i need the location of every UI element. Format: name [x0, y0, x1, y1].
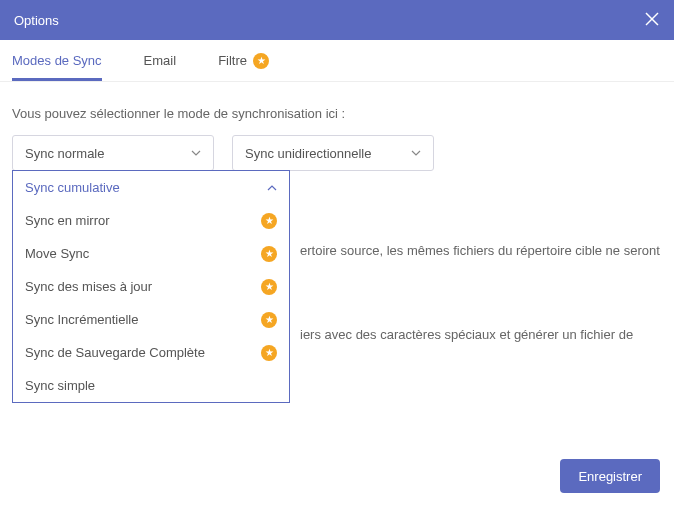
option-label: Sync de Sauvegarde Complète [25, 345, 205, 360]
dropdown-option-simple[interactable]: Sync simple [13, 369, 289, 402]
dropdown-option-updates[interactable]: Sync des mises à jour ★ [13, 270, 289, 303]
chevron-up-icon [267, 183, 277, 193]
selects-row: Sync normale Sync unidirectionnelle [12, 135, 662, 171]
star-icon: ★ [253, 53, 269, 69]
content: Vous pouvez sélectionner le mode de sync… [0, 82, 674, 171]
sync-mode-right-select[interactable]: Sync unidirectionnelle [232, 135, 434, 171]
star-icon: ★ [261, 213, 277, 229]
chevron-down-icon [411, 148, 421, 158]
option-label: Sync en mirror [25, 213, 110, 228]
dropdown-option-cumulative[interactable]: Sync cumulative [13, 171, 289, 204]
option-label: Sync Incrémentielle [25, 312, 138, 327]
star-icon: ★ [261, 279, 277, 295]
description-text-line2: iers avec des caractères spéciaux et gén… [300, 326, 633, 344]
option-label: Move Sync [25, 246, 89, 261]
chevron-down-icon [191, 148, 201, 158]
sync-mode-left-select[interactable]: Sync normale [12, 135, 214, 171]
dropdown-option-move[interactable]: Move Sync ★ [13, 237, 289, 270]
window-title: Options [14, 13, 59, 28]
tab-label: Email [144, 53, 177, 68]
select-value: Sync unidirectionnelle [245, 146, 371, 161]
description-text-line1: ertoire source, les mêmes fichiers du ré… [300, 242, 660, 260]
tab-email[interactable]: Email [144, 41, 177, 80]
footer: Enregistrer [560, 459, 660, 493]
dropdown-option-backup[interactable]: Sync de Sauvegarde Complète ★ [13, 336, 289, 369]
star-icon: ★ [261, 345, 277, 361]
dropdown-option-mirror[interactable]: Sync en mirror ★ [13, 204, 289, 237]
option-label: Sync simple [25, 378, 95, 393]
close-icon [644, 11, 660, 27]
option-label: Sync des mises à jour [25, 279, 152, 294]
tabs: Modes de Sync Email Filtre ★ [0, 40, 674, 82]
tab-modes-de-sync[interactable]: Modes de Sync [12, 41, 102, 80]
star-icon: ★ [261, 312, 277, 328]
save-button[interactable]: Enregistrer [560, 459, 660, 493]
instruction-text: Vous pouvez sélectionner le mode de sync… [12, 106, 662, 121]
sync-mode-dropdown: Sync cumulative Sync en mirror ★ Move Sy… [12, 170, 290, 403]
close-button[interactable] [644, 11, 660, 30]
dropdown-option-incremental[interactable]: Sync Incrémentielle ★ [13, 303, 289, 336]
select-value: Sync normale [25, 146, 104, 161]
star-icon: ★ [261, 246, 277, 262]
tab-label: Filtre [218, 53, 247, 68]
titlebar: Options [0, 0, 674, 40]
tab-filtre[interactable]: Filtre ★ [218, 41, 269, 81]
option-label: Sync cumulative [25, 180, 120, 195]
tab-label: Modes de Sync [12, 53, 102, 68]
